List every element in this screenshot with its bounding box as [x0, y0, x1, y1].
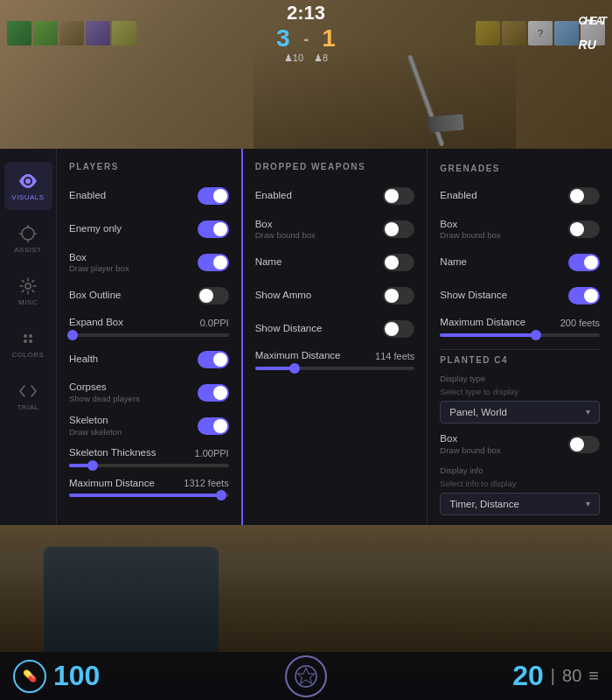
display-info-value: Timer, Distance [449, 499, 518, 509]
players-outline-row: Box Outline [69, 284, 229, 308]
health-area: 💊 100 [13, 660, 100, 693]
players-box-row: Box Draw player box [69, 250, 229, 275]
c4-box-row: Box Draw bound box [440, 432, 600, 457]
players-corpses-toggle[interactable] [198, 384, 229, 402]
game-timer: 2:13 [287, 2, 325, 24]
players-skeleton-row: Skeleton Draw skeleton [69, 414, 229, 438]
gren-enabled-row: Enabled [440, 184, 600, 208]
gren-maxdist-value: 200 feets [560, 318, 600, 328]
dw-distance-toggle[interactable] [383, 320, 414, 338]
main-content: PLAYERS Enabled Enemy only Box Draw play… [57, 149, 612, 525]
players-box-sub: Draw player box [69, 263, 129, 273]
dw-enabled-row: Enabled [255, 184, 415, 208]
sidebar-label-misc: MISC [18, 298, 38, 306]
players-box-toggle[interactable] [198, 254, 229, 271]
players-health-row: Health [69, 347, 229, 372]
dw-name-toggle[interactable] [383, 254, 414, 271]
players-enabled-toggle[interactable] [198, 187, 229, 205]
expand-box-thumb[interactable] [67, 330, 78, 340]
players-skeleton-sub: Draw skeleton [69, 427, 122, 437]
dw-name-row: Name [255, 250, 415, 275]
grenades-column: GRENADES Enabled Box Draw bound box Name… [428, 149, 612, 525]
sidebar-item-colors[interactable]: COLORS [4, 319, 52, 368]
expand-box-track[interactable] [69, 333, 229, 337]
ammo-reserve: 80 [562, 666, 581, 686]
t-player-4 [554, 21, 579, 46]
expand-box-container: Expand Box 0.0PPI [69, 317, 229, 337]
players-enemy-toggle[interactable] [198, 220, 229, 238]
skeleton-thickness-thumb[interactable] [87, 460, 98, 471]
sidebar-label-assist: ASSIST [14, 246, 41, 254]
players-maxdist-thumb[interactable] [216, 490, 226, 500]
gren-enabled-toggle[interactable] [568, 187, 600, 205]
svg-point-6 [24, 334, 27, 338]
sidebar-item-assist[interactable]: ASSIST [4, 214, 52, 262]
dw-maxdist-label: Maximum Distance [255, 350, 341, 362]
c4-box-labels: Box Draw bound box [440, 433, 500, 455]
ct-player-2 [33, 21, 58, 46]
c4-box-toggle[interactable] [568, 436, 600, 453]
display-type-dropdown[interactable]: Panel, World ▾ [440, 401, 600, 424]
sidebar-label-colors: COLORS [12, 351, 45, 359]
dw-maxdist-value: 114 feets [375, 351, 414, 361]
players-enemy-label: Enemy only [69, 223, 122, 235]
svg-point-0 [22, 228, 34, 240]
players-maxdist-value: 1312 feets [184, 478, 228, 488]
gren-dist-label: Show Distance [440, 290, 507, 302]
gren-box-sub: Draw bound box [440, 230, 500, 240]
planted-c4-header: PLANTED C4 [440, 349, 600, 365]
players-corpses-sub: Show dead players [69, 394, 140, 403]
skeleton-thickness-label: Skeleton Thickness [69, 447, 156, 459]
players-corpses-row: Corpses Show dead players [69, 381, 229, 405]
dw-box-sub: Draw bound box [255, 230, 316, 240]
svg-point-10 [296, 666, 316, 687]
dw-maxdist-track[interactable] [255, 367, 415, 370]
dw-ammo-toggle[interactable] [383, 287, 414, 304]
players-enabled-label: Enabled [69, 190, 106, 202]
dw-maxdist-thumb[interactable] [289, 363, 300, 374]
sidebar-item-visuals[interactable]: VISUALS [4, 162, 52, 210]
dw-enabled-toggle[interactable] [383, 187, 414, 205]
gren-dist-toggle[interactable] [568, 287, 600, 304]
display-info-dropdown[interactable]: Timer, Distance ▾ [440, 493, 600, 515]
t-player-2 [502, 21, 526, 46]
svg-point-8 [24, 340, 27, 343]
dw-ammo-row: Show Ammo [255, 284, 415, 308]
dw-box-toggle[interactable] [383, 220, 414, 238]
expand-box-header: Expand Box 0.0PPI [69, 317, 229, 329]
gren-maxdist-fill [440, 333, 536, 337]
dw-enabled-label: Enabled [255, 190, 292, 202]
ct-player-3 [59, 21, 84, 46]
ct-player-1 [7, 21, 31, 46]
skeleton-thickness-container: Skeleton Thickness 1.00PPI [69, 447, 229, 467]
players-skeleton-toggle[interactable] [198, 417, 229, 435]
gren-maxdist-track[interactable] [440, 333, 600, 337]
sidebar-item-misc[interactable]: MISC [4, 267, 52, 315]
dw-maxdist-container: Maximum Distance 114 feets [255, 350, 415, 370]
cheat-text: CHEAT [579, 15, 605, 27]
weapon-display [254, 44, 516, 149]
gren-name-toggle[interactable] [568, 254, 600, 271]
players-maxdist-track[interactable] [69, 494, 229, 497]
dw-box-label: Box [255, 219, 316, 231]
gren-maxdist-thumb[interactable] [531, 330, 541, 340]
gren-box-row: Box Draw bound box [440, 217, 600, 242]
svg-point-9 [29, 340, 32, 343]
players-outline-toggle[interactable] [198, 287, 229, 304]
gren-maxdist-container: Maximum Distance 200 feets [440, 317, 600, 337]
players-health-toggle[interactable] [198, 351, 229, 368]
sidebar-item-trial[interactable]: TRIAL [4, 372, 52, 420]
svg-point-5 [25, 284, 31, 289]
players-title: PLAYERS [69, 162, 229, 172]
skeleton-thickness-track[interactable] [69, 464, 229, 467]
sidebar-label-visuals: VISUALS [11, 193, 44, 201]
gren-name-row: Name [440, 250, 600, 275]
gren-box-toggle[interactable] [568, 220, 600, 238]
display-type-label: Display type [440, 374, 600, 383]
players-skeleton-label: Skeleton [69, 415, 122, 427]
ct-player-5 [112, 21, 136, 46]
expand-box-label: Expand Box [69, 317, 123, 329]
dw-box-labels: Box Draw bound box [255, 219, 316, 241]
ct-player-4 [86, 21, 110, 46]
c4-box-label: Box [440, 433, 500, 445]
